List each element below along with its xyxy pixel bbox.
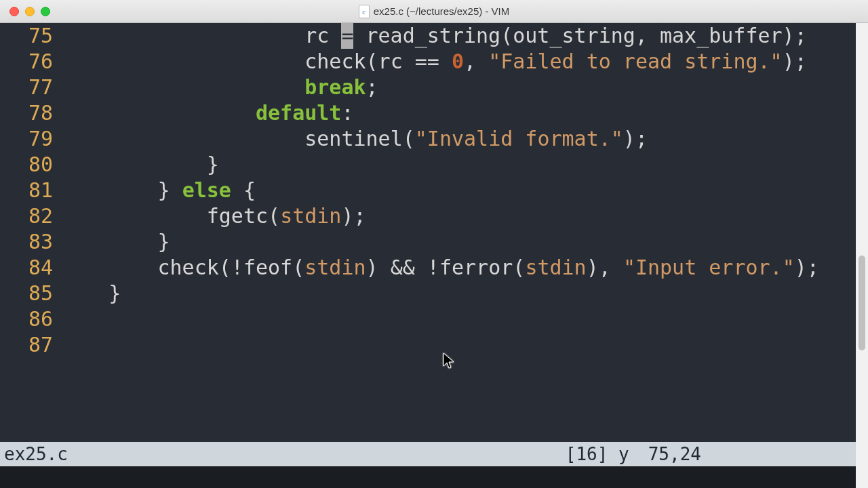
code-token: ); bbox=[623, 127, 648, 150]
vim-status-line: ex25.c [16] y 75,24 bbox=[0, 442, 868, 466]
line-number: 79 bbox=[0, 126, 53, 152]
code-token: stdin bbox=[525, 256, 586, 279]
code-token: ); bbox=[783, 49, 807, 73]
code-token: sentinel( bbox=[60, 127, 415, 150]
code-line[interactable]: } bbox=[60, 229, 850, 255]
line-number: 87 bbox=[0, 332, 53, 358]
vim-command-line[interactable] bbox=[0, 466, 868, 488]
scrollbar-thumb[interactable] bbox=[859, 256, 865, 350]
window-titlebar: c ex25.c (~/lectures/ex25) - VIM bbox=[0, 0, 868, 23]
code-line[interactable]: check(!feof(stdin) && !ferror(stdin), "I… bbox=[60, 255, 850, 281]
line-number: 80 bbox=[0, 152, 53, 178]
document-icon: c bbox=[359, 5, 370, 18]
code-line[interactable]: break; bbox=[60, 75, 850, 100]
line-number: 75 bbox=[0, 23, 53, 49]
code-token: : bbox=[341, 101, 353, 125]
code-token: ) && !ferror( bbox=[366, 256, 526, 279]
code-token: stdin bbox=[304, 256, 366, 279]
code-token: 0 bbox=[452, 49, 464, 73]
code-token: , bbox=[464, 49, 488, 73]
close-window-icon[interactable] bbox=[9, 7, 19, 16]
status-register: [16] y bbox=[566, 444, 629, 464]
code-line[interactable]: fgetc(stdin); bbox=[60, 203, 850, 229]
scrollbar-track[interactable] bbox=[857, 35, 867, 476]
status-filename: ex25.c bbox=[4, 444, 68, 464]
code-token: "Invalid format." bbox=[415, 127, 623, 150]
traffic-lights bbox=[0, 7, 50, 16]
code-token: rc bbox=[60, 24, 341, 47]
status-cursor-position: 75,24 bbox=[648, 444, 701, 464]
code-buffer[interactable]: rc = read_string(out_string, max_buffer)… bbox=[60, 23, 868, 442]
vertical-scrollbar[interactable] bbox=[856, 23, 868, 488]
line-number-gutter: 75767778798081828384858687 bbox=[0, 23, 60, 442]
line-number: 81 bbox=[0, 178, 53, 203]
code-token: "Input error." bbox=[623, 256, 795, 279]
text-cursor: = bbox=[341, 23, 353, 49]
code-token: { bbox=[231, 178, 256, 202]
code-token: break bbox=[304, 75, 366, 99]
code-token: else bbox=[182, 178, 231, 202]
line-number: 85 bbox=[0, 281, 53, 306]
code-line[interactable]: check(rc == 0, "Failed to read string.")… bbox=[60, 49, 850, 75]
line-number: 83 bbox=[0, 229, 53, 255]
code-line[interactable]: sentinel("Invalid format."); bbox=[60, 126, 850, 152]
code-token bbox=[60, 75, 304, 99]
code-line[interactable]: rc = read_string(out_string, max_buffer)… bbox=[60, 23, 850, 49]
code-token: } bbox=[60, 178, 182, 202]
line-number: 86 bbox=[0, 306, 53, 332]
code-line[interactable]: } else { bbox=[60, 178, 850, 203]
minimize-window-icon[interactable] bbox=[25, 7, 35, 16]
code-token: } bbox=[60, 281, 121, 305]
code-token: } bbox=[60, 152, 219, 176]
zoom-window-icon[interactable] bbox=[41, 7, 50, 16]
code-token: stdin bbox=[280, 204, 341, 228]
code-token: "Failed to read string." bbox=[488, 49, 782, 73]
code-token: } bbox=[60, 230, 170, 253]
code-token: check(rc == bbox=[60, 49, 452, 73]
line-number: 77 bbox=[0, 75, 53, 100]
code-token: read_string(out_string, max_buffer); bbox=[353, 24, 806, 47]
code-line[interactable]: } bbox=[60, 281, 850, 306]
code-token bbox=[60, 101, 256, 125]
code-token: ); bbox=[795, 256, 819, 279]
code-token: ; bbox=[366, 75, 378, 99]
line-number: 78 bbox=[0, 100, 53, 126]
editor-viewport[interactable]: 75767778798081828384858687 rc = read_str… bbox=[0, 23, 868, 488]
code-token: ); bbox=[341, 204, 366, 228]
code-token: check(!feof( bbox=[60, 256, 304, 279]
code-line[interactable]: } bbox=[60, 152, 850, 178]
code-token: default bbox=[256, 101, 341, 125]
code-token: fgetc( bbox=[60, 204, 280, 228]
line-number: 82 bbox=[0, 203, 53, 229]
window-title-text: ex25.c (~/lectures/ex25) - VIM bbox=[374, 5, 510, 17]
code-token: ), bbox=[587, 256, 623, 279]
line-number: 84 bbox=[0, 255, 53, 281]
line-number: 76 bbox=[0, 49, 53, 75]
code-line[interactable]: default: bbox=[60, 100, 850, 126]
